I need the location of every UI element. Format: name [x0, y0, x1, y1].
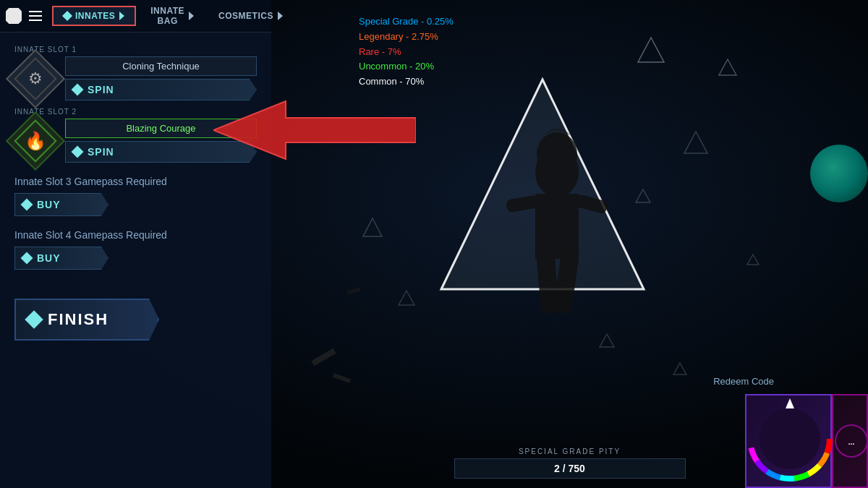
pity-label: SPECIAL GRADE PITY: [519, 448, 621, 455]
left-panel: INNATES INNATE BAG COSMETICS INNATE SLOT…: [0, 0, 271, 488]
rarity-uncommon: Uncommon - 20%: [359, 59, 856, 74]
top-nav: INNATES INNATE BAG COSMETICS: [0, 0, 271, 33]
innates-diamond-icon: [62, 11, 72, 21]
gamepass-3-section: Innate Slot 3 Gamepass Required BUY: [14, 176, 257, 216]
rarity-special-grade: Special Grade - 0.25%: [359, 14, 856, 30]
innate-slot-1-icon: ⚙: [14, 58, 56, 100]
svg-text:...: ...: [848, 437, 854, 446]
cosmetics-arrow-icon: [278, 12, 283, 20]
gamepass-3-text: Innate Slot 3 Gamepass Required: [14, 176, 257, 187]
svg-rect-13: [535, 194, 579, 259]
spin-counter: 500: [745, 394, 832, 488]
gamepass-4-text: Innate Slot 4 Gamepass Required: [14, 229, 257, 241]
pity-bar-outer: 2 / 750: [454, 458, 686, 479]
rarity-rare: Rare - 7%: [359, 45, 856, 60]
innate-slot-2-row: 🔥 Blazing Courage SPIN: [14, 119, 257, 163]
rarity-odds-box: Special Grade - 0.25% Legendary - 2.75% …: [347, 9, 868, 95]
svg-point-18: [537, 132, 577, 176]
spin-counter-2-visual: ...: [833, 394, 867, 488]
gamepass-4-buy-button[interactable]: BUY: [14, 247, 109, 270]
innate-slot-2-label: INNATE SLOT 2: [14, 108, 257, 116]
panel-content: INNATE SLOT 1 ⚙ Cloning Technique SPIN: [0, 33, 271, 348]
innate-slot-1-row: ⚙ Cloning Technique SPIN: [14, 56, 257, 100]
innate-bag-arrow-icon: [189, 12, 194, 20]
pity-bar-text: 2 / 750: [455, 459, 685, 478]
spin1-diamond-icon: [72, 84, 84, 96]
gamepass-3-buy-button[interactable]: BUY: [14, 193, 109, 216]
character-area: [347, 58, 767, 430]
hamburger-menu[interactable]: [29, 11, 42, 21]
innate-slot-2-controls: Blazing Courage SPIN: [65, 119, 257, 163]
bottom-right-panel: 500 ...: [745, 394, 868, 488]
buy4-diamond-icon: [21, 252, 33, 265]
spin2-diamond-icon: [72, 146, 84, 158]
slot1-symbol: ⚙: [28, 69, 43, 88]
svg-rect-17: [553, 254, 579, 314]
finish-button[interactable]: FINISH: [14, 299, 159, 341]
character-silhouette: [477, 107, 637, 382]
innate-slot-2-section: INNATE SLOT 2 🔥 Blazing Courage SPIN: [14, 108, 257, 163]
innate-slot-1-name: Cloning Technique: [65, 56, 257, 76]
tab-innates[interactable]: INNATES: [52, 6, 136, 26]
spin-counter-2: ...: [832, 394, 868, 488]
innate-slot-1-spin-button[interactable]: SPIN: [65, 79, 257, 100]
svg-point-27: [760, 408, 820, 469]
redeem-code-button[interactable]: Redeem Code: [713, 376, 774, 387]
buy3-diamond-icon: [21, 199, 33, 211]
rarity-common: Common - 70%: [359, 74, 856, 90]
spin-wheel: [746, 395, 833, 482]
svg-rect-14: [506, 194, 540, 213]
innate-slot-2-name: Blazing Courage: [65, 119, 257, 138]
innate-slot-2-spin-button[interactable]: SPIN: [65, 141, 257, 163]
innate-slot-1-section: INNATE SLOT 1 ⚙ Cloning Technique SPIN: [14, 46, 257, 100]
tab-innate-bag[interactable]: INNATE BAG: [140, 2, 204, 30]
innate-slot-1-controls: Cloning Technique SPIN: [65, 56, 257, 100]
roblox-logo: [6, 8, 22, 24]
innate-slot-1-label: INNATE SLOT 1: [14, 46, 257, 53]
innate-slot-2-icon: 🔥: [14, 120, 56, 162]
slot2-symbol: 🔥: [25, 131, 46, 151]
gamepass-4-section: Innate Slot 4 Gamepass Required BUY: [14, 229, 257, 270]
tab-cosmetics[interactable]: COSMETICS: [208, 7, 293, 25]
svg-rect-15: [574, 193, 608, 214]
innates-arrow-icon: [119, 12, 124, 20]
finish-diamond-icon: [25, 310, 43, 328]
rarity-legendary: Legendary - 2.75%: [359, 30, 856, 45]
svg-marker-28: [786, 398, 794, 408]
